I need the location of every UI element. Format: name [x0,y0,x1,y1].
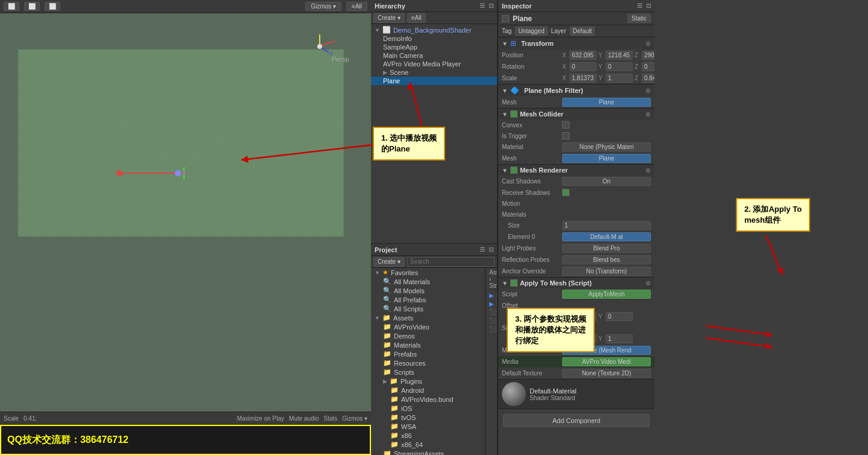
tree-assets-root[interactable]: ▼ 📁 Assets [371,313,485,322]
tree-materials[interactable]: 📁 Materials [371,340,485,349]
fav-scripts-label: All Scripts [394,305,423,313]
tree-ios[interactable]: 📁 iOS [371,404,485,413]
reflection-row: Reflection Probes Blend bes [498,254,654,266]
tree-demos[interactable]: 📁 Demos [371,331,485,340]
atm-offset-x[interactable] [569,312,597,321]
static-button[interactable]: Static [627,14,651,23]
scripts-label: Scripts [394,369,414,376]
gizmos-scene-btn[interactable]: Gizmos ▾ [342,415,367,422]
size-input[interactable] [562,221,651,230]
file-xuhaitao[interactable]: ⬛ xuhaitao [486,325,497,333]
tree-item-sampleapp[interactable]: SampleApp [371,43,497,51]
mc-material-ref[interactable]: None (Physic Materi [562,142,651,151]
element0-ref[interactable]: Default-M al [562,232,651,241]
is-trigger-checkbox[interactable] [562,132,569,139]
mc-mesh-row: Mesh Plane [498,153,654,164]
material-info: Default-Material Shader Standard [530,387,577,401]
object-enabled-checkbox[interactable] [502,15,509,22]
android-label: Android [401,387,424,394]
cast-shadows-label: Cast Shadows [502,178,562,185]
file-bigbuckbunny2[interactable]: ▶ BigBuckBunny_360p30 [486,299,497,308]
fav-all-prefabs[interactable]: 🔍 All Prefabs [371,295,485,304]
tree-item-demo[interactable]: ▼ ⬜ Demo_BackgroundShader [371,25,497,34]
gizmos-btn[interactable]: Gizmos ▾ [305,2,341,11]
anchor-dropdown[interactable]: No (Transform) [562,267,651,276]
toolbar-btn-2[interactable]: ⬜ [24,2,40,11]
mc-enabled[interactable] [510,110,518,118]
tree-scripts[interactable]: 📁 Scripts [371,368,485,377]
mf-mesh-ref[interactable]: Plane [562,98,651,107]
fav-all-models[interactable]: 🔍 All Models [371,286,485,295]
mc-title: Mesh Collider [520,110,643,118]
mesh-renderer-header[interactable]: ▼ Mesh Renderer ⚙ [498,165,654,176]
folder-icon-4: 📁 [383,350,391,358]
mr-enabled[interactable] [510,167,518,174]
stats-btn[interactable]: Stats [324,415,338,422]
project-create-btn[interactable]: Create ▾ [373,257,405,267]
tree-item-avpro[interactable]: AVPro Video Media Player [371,60,497,68]
tree-x86[interactable]: 📁 x86 [371,431,485,440]
tree-android[interactable]: 📁 Android [371,386,485,395]
light-probes-dropdown[interactable]: Blend Pro [562,244,651,253]
cast-shadows-dropdown[interactable]: On [562,177,651,186]
mesh-collider-header[interactable]: ▼ Mesh Collider ⚙ [498,109,654,119]
atm-offset-y[interactable] [606,312,633,321]
convex-checkbox[interactable] [562,121,569,129]
layer-dropdown[interactable]: Default [570,27,595,36]
add-component-button[interactable]: Add Component [503,414,650,427]
fav-all-materials[interactable]: 🔍 All Materials [371,277,485,286]
hierarchy-create-btn[interactable]: Create ▾ [373,13,405,23]
atm-header[interactable]: ▼ Apply To Mesh (Script) ⚙ [498,278,654,288]
tree-item-plane[interactable]: Plane [371,77,497,85]
inspector-content: Plane Static Tag Untagged Layer Default … [498,12,654,455]
reflection-dropdown[interactable]: Blend bes [562,255,651,264]
atm-scale-y[interactable] [606,334,633,343]
tree-streamingassets[interactable]: 📁 StreamingAssets [371,449,485,455]
pos-x-input[interactable] [569,51,597,60]
project-area: ▼ ★ Favorites 🔍 All Materials 🔍 All Mode… [371,268,497,455]
atm-enabled[interactable] [510,279,518,287]
tree-x86_64[interactable]: 📁 x86_64 [371,440,485,449]
atm-mesh-ref[interactable]: Plane (Mesh Rend [562,346,651,355]
file-bigbuckbunny1[interactable]: ▶ BigBuckBunny_360p30 [486,291,497,299]
atm-default-tex-ref[interactable]: None (Texture 2D) [562,369,651,378]
all-btn[interactable]: ≡All [346,2,367,11]
toolbar-btn-3[interactable]: ⬜ [45,2,60,11]
tree-resources[interactable]: 📁 Resources [371,358,485,368]
scale-z-input[interactable] [642,74,654,83]
mesh-filter-header[interactable]: ▼ 🔷 Plane (Mesh Filter) ⚙ [498,84,654,97]
hierarchy-all-btn[interactable]: ≡All [407,13,426,23]
rot-y-input[interactable] [606,62,633,71]
atm-media-ref[interactable]: AVPro Video Medi [562,357,651,366]
tree-avprobundle[interactable]: 📁 AVProVideo.bund [371,395,485,404]
tree-avprovideo[interactable]: 📁 AVProVideo [371,322,485,331]
tree-plugins[interactable]: ▶ 📁 Plugins [371,377,485,386]
atm-script-ref[interactable]: ApplyToMesh [562,290,651,299]
tree-item-maincamera[interactable]: Main Camera [371,51,497,60]
tree-wsa[interactable]: 📁 WSA [371,422,485,431]
fav-all-scripts[interactable]: 🔍 All Scripts [371,304,485,313]
tree-item-scene[interactable]: ▶ Scene [371,68,497,77]
mute-btn[interactable]: Mute audio [289,415,318,422]
pos-z-input[interactable] [642,51,654,60]
tree-prefabs[interactable]: 📁 Prefabs [371,349,485,358]
scale-y-input[interactable] [606,74,633,83]
pos-y-input[interactable] [606,51,633,60]
materials-label: Materials [394,342,421,349]
tree-tvos[interactable]: 📁 tvOS [371,413,485,422]
tag-dropdown[interactable]: Untagged [515,27,547,36]
tree-favorites[interactable]: ▼ ★ Favorites [371,268,485,277]
project-search-input[interactable] [407,257,495,267]
tree-item-demoinfo[interactable]: DemoInfo [371,34,497,43]
rot-z-input[interactable] [642,62,654,71]
mc-mesh-ref[interactable]: Plane [562,154,651,163]
atm-scale-x[interactable] [569,334,597,343]
scale-x-input[interactable] [569,74,597,83]
receive-shadows-checkbox[interactable] [562,189,569,196]
transform-header[interactable]: ▼ ⊞ Transform ⚙ [498,37,654,49]
file-samplesphere[interactable]: ⬛ SampleSphere [486,316,497,325]
rot-x-input[interactable] [569,62,597,71]
maximize-btn[interactable]: Maximize on Play [237,415,284,422]
file-samplecube[interactable]: ⬛ SampleCube [486,308,497,316]
toolbar-btn-1[interactable]: ⬜ [4,2,19,11]
